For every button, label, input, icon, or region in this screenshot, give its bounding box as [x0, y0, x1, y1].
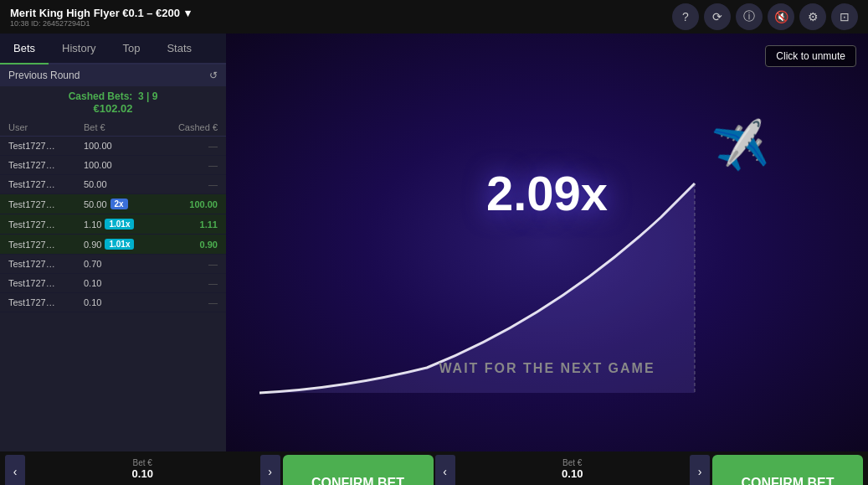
- game-info: Merit King High Flyer €0.1 – €200 ▾ 10:3…: [10, 7, 191, 28]
- prev-round-refresh-icon[interactable]: ↺: [209, 70, 218, 81]
- table-row: Test1727… 100.00 —: [0, 137, 226, 156]
- table-header: User Bet € Cashed €: [0, 119, 226, 137]
- tab-stats[interactable]: Stats: [153, 34, 205, 64]
- table-row: Test1727… 0.70 —: [0, 255, 226, 274]
- history-button[interactable]: ⟳: [704, 3, 731, 30]
- bet2-confirm-button[interactable]: CONFIRM BET €0.10: [712, 455, 863, 485]
- col-bet: Bet €: [84, 122, 151, 132]
- plane-icon: ✈️: [709, 117, 772, 177]
- cashed-amount: €102.02: [94, 102, 133, 115]
- bet-badge: 1.01x: [105, 239, 134, 250]
- tab-history[interactable]: History: [49, 34, 109, 64]
- table-row: Test1727… 100.00 —: [0, 156, 226, 175]
- table-row: Test1727… 0.90 1.01x 0.90: [0, 235, 226, 255]
- wait-text: WAIT FOR THE NEXT GAME: [439, 361, 655, 376]
- game-area: Click to unmute 2.09x WAIT FOR THE NEXT …: [226, 34, 868, 451]
- table-row: Test1727… 0.10 —: [0, 293, 226, 312]
- multiplier-display: 2.09x: [486, 164, 608, 220]
- table-row: Test1727… 50.00 —: [0, 175, 226, 194]
- bet2-increase-button[interactable]: ›: [690, 455, 710, 485]
- cashed-bets-row: Cashed Bets: 3 | 9: [69, 90, 158, 102]
- bet-badge: 2x: [110, 199, 128, 209]
- dropdown-arrow-icon[interactable]: ▾: [185, 7, 191, 19]
- tabs: Bets History Top Stats: [0, 34, 226, 64]
- table-row: Test1727… 1.10 1.01x 1.11: [0, 214, 226, 235]
- game-subtitle: 10:38 ID: 264527294D1: [10, 19, 191, 28]
- bet1-value: 0.10: [132, 467, 153, 480]
- col-user: User: [8, 122, 84, 132]
- bet2-value: 0.10: [562, 467, 583, 480]
- bet1-confirm-button[interactable]: CONFIRM BET €0.10: [283, 455, 434, 485]
- cashed-bets: Cashed Bets: 3 | 9 €102.02: [0, 86, 226, 119]
- bet-panel-2: ‹ Bet € 0.10 +1 +5 +10 +25 ↺ Auto Cashou…: [435, 455, 864, 485]
- table-row: Test1727… 50.00 2x 100.00: [0, 194, 226, 214]
- fullscreen-button[interactable]: ⊡: [831, 3, 858, 30]
- top-bar-icons: ? ⟳ ⓘ 🔇 ⚙ ⊡: [672, 3, 858, 30]
- bet-badge: 1.01x: [105, 219, 134, 230]
- cashed-count: 3 | 9: [138, 90, 157, 102]
- settings-button[interactable]: ⚙: [799, 3, 826, 30]
- col-cashed: Cashed €: [151, 122, 218, 132]
- cashed-label-text: Cashed Bets:: [69, 90, 133, 102]
- bottom-controls: ‹ Bet € 0.10 +1 +5 +10 +25 ↺ Auto Cashou…: [0, 451, 868, 485]
- tab-bets[interactable]: Bets: [0, 34, 49, 64]
- tab-top[interactable]: Top: [109, 34, 153, 64]
- prev-round-label: Previous Round: [8, 70, 80, 81]
- game-title: Merit King High Flyer €0.1 – €200 ▾: [10, 7, 191, 19]
- help-button[interactable]: ?: [672, 3, 699, 30]
- bet1-decrease-button[interactable]: ‹: [5, 455, 25, 485]
- bets-table: User Bet € Cashed € Test1727… 100.00 — T…: [0, 119, 226, 451]
- bet1-label: Bet €: [133, 458, 152, 467]
- sound-button[interactable]: 🔇: [768, 3, 794, 30]
- bet1-increase-button[interactable]: ›: [260, 455, 280, 485]
- unmute-button[interactable]: Click to unmute: [765, 45, 856, 67]
- info-button[interactable]: ⓘ: [736, 3, 763, 30]
- bet-panel-1: ‹ Bet € 0.10 +1 +5 +10 +25 ↺ Auto Cashou…: [5, 455, 434, 485]
- table-row: Test1727… 0.10 —: [0, 274, 226, 293]
- bet2-decrease-button[interactable]: ‹: [435, 455, 455, 485]
- main-layout: Bets History Top Stats Previous Round ↺ …: [0, 34, 868, 451]
- top-bar: Merit King High Flyer €0.1 – €200 ▾ 10:3…: [0, 0, 868, 34]
- bet2-label: Bet €: [562, 458, 582, 467]
- left-panel: Bets History Top Stats Previous Round ↺ …: [0, 34, 226, 451]
- prev-round-bar: Previous Round ↺: [0, 64, 226, 86]
